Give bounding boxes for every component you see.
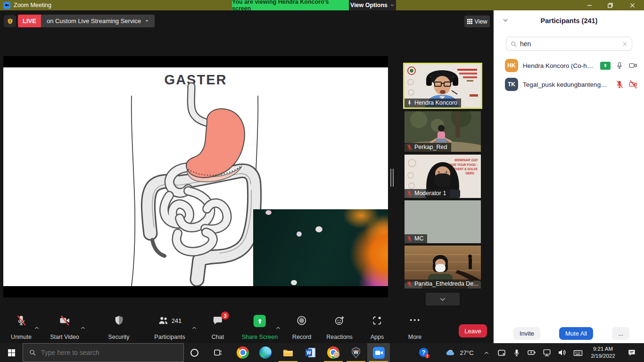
camera-off-icon (628, 80, 638, 89)
video-thumbnail-perkap[interactable]: Perkap_Red (405, 111, 481, 152)
mic-muted-icon (406, 236, 413, 242)
unmute-button[interactable]: Unmute (11, 315, 32, 340)
start-video-button[interactable]: Start Video (50, 315, 79, 340)
taskbar-chrome-icon[interactable] (231, 343, 254, 362)
video-thumbnail-mc[interactable]: MC (405, 200, 481, 243)
taskbar-word-icon[interactable]: W (299, 343, 322, 362)
chat-button[interactable]: 3 Chat (212, 315, 224, 340)
chevron-up-icon (34, 325, 40, 331)
encryption-shield-button[interactable] (4, 15, 16, 27)
taskbar-chrome-profile-icon[interactable] (322, 343, 345, 362)
svg-text:GERD: GERD (465, 172, 474, 175)
shield-icon (113, 315, 124, 326)
speaker-icon (557, 348, 567, 357)
share-screen-button[interactable]: Share Screen (242, 315, 278, 340)
screen-sharing-icon (600, 62, 611, 70)
tray-network-button[interactable] (543, 343, 552, 362)
mic-muted-icon (406, 281, 413, 287)
more-icon (410, 319, 420, 321)
cortana-button[interactable] (183, 343, 206, 362)
microphone-icon (513, 349, 521, 357)
tray-keyboard-button[interactable] (573, 343, 583, 362)
participants-icon (158, 315, 169, 326)
particle (291, 280, 297, 285)
file-explorer-icon (282, 346, 294, 359)
more-button[interactable]: More (408, 315, 421, 340)
video-options-caret[interactable] (80, 324, 86, 333)
participant-name-label: Moderator 1 (405, 189, 450, 198)
record-icon (296, 315, 307, 326)
participants-panel: Participants (241) HK Hendra Koncoro (Co… (493, 10, 644, 343)
tray-volume-button[interactable] (557, 343, 567, 362)
taskbar-zoom-icon[interactable] (367, 343, 390, 362)
video-thumbnail-moderator[interactable]: WEBINAR GIZI GRADE YOUR FOOD : PREVENT &… (405, 155, 481, 198)
task-view-button[interactable] (206, 343, 229, 362)
start-button[interactable] (0, 343, 23, 362)
leave-button[interactable]: Leave (459, 324, 487, 337)
word-icon: W (305, 346, 317, 359)
search-icon (510, 41, 517, 48)
participant-row-hendra[interactable]: HK Hendra Koncoro (Co-host) (494, 57, 644, 74)
particle (297, 231, 302, 237)
grid-view-icon (467, 19, 472, 24)
cortana-icon (190, 349, 198, 357)
participant-name: Tegal_pusk kedungbanteng_Hen... (523, 81, 611, 88)
search-input[interactable] (520, 40, 619, 48)
security-button[interactable]: Security (108, 315, 129, 340)
touch-keyboard-icon (573, 348, 583, 358)
share-options-caret[interactable] (275, 324, 281, 333)
tray-capture-button[interactable] (497, 343, 506, 362)
tray-overflow-button[interactable] (484, 343, 490, 362)
participant-row-tegal[interactable]: TK Tegal_pusk kedungbanteng_Hen... (494, 75, 644, 93)
invite-button[interactable]: Invite (513, 327, 540, 340)
encryption-shield-icon (7, 18, 14, 25)
panel-resize-handle[interactable] (390, 169, 395, 187)
window-title: Zoom Meeting (14, 2, 51, 8)
mic-muted-icon (615, 80, 624, 89)
minimize-icon (587, 3, 592, 8)
svg-text:?: ? (421, 349, 425, 355)
minimize-button[interactable] (581, 0, 597, 10)
view-options-button[interactable]: View Options (349, 0, 396, 10)
profile-avatar (333, 352, 339, 358)
participants-options-caret[interactable] (191, 324, 198, 333)
taskbar-wapp-icon[interactable]: W (345, 343, 367, 362)
restore-button[interactable] (602, 0, 618, 10)
w-app-icon: W (350, 346, 362, 359)
reactions-button[interactable]: Reactions (326, 315, 353, 340)
action-center-button[interactable] (627, 343, 636, 362)
apps-button[interactable]: Apps (371, 315, 384, 340)
more-thumbnails-button[interactable] (426, 293, 460, 305)
taskbar-search-box[interactable] (23, 343, 184, 362)
taskbar-edge-icon[interactable] (254, 343, 277, 362)
taskbar-help-icon[interactable]: ? (413, 343, 435, 362)
weather-button[interactable] (445, 343, 455, 362)
taskbar-clock[interactable]: 9:21 AM 2/19/2022 (584, 346, 622, 360)
help-icon: ? (418, 347, 430, 359)
edge-icon (259, 346, 272, 359)
temperature-label[interactable]: 27°C (460, 343, 473, 362)
view-layout-button[interactable]: View (464, 16, 490, 27)
clear-search-icon[interactable] (622, 41, 628, 47)
participants-button[interactable]: 241 Participants (154, 315, 185, 340)
time-label: 9:21 AM (584, 346, 622, 353)
tray-microphone-button[interactable] (513, 343, 521, 362)
restore-icon (608, 3, 613, 8)
mute-all-button[interactable]: Mute All (559, 327, 593, 340)
record-button[interactable]: Record (292, 315, 311, 340)
tray-battery-button[interactable] (527, 343, 537, 362)
live-badge: LIVE (18, 15, 41, 27)
panel-more-button[interactable]: ... (612, 327, 629, 340)
taskbar-search-input[interactable] (41, 349, 178, 356)
date-label: 2/19/2022 (584, 353, 622, 360)
video-thumbnail-panitia[interactable]: Panitia_Etheldreda De... (405, 246, 481, 288)
audio-options-caret[interactable] (34, 324, 40, 333)
camera-icon (628, 61, 638, 70)
live-streaming-control[interactable]: LIVE on Custom Live Streaming Service (18, 15, 155, 27)
ethernet-icon (543, 348, 552, 357)
close-button[interactable] (624, 0, 640, 10)
avatar: TK (505, 78, 518, 91)
video-thumbnail-hendra[interactable]: Hendra Koncoro (403, 63, 482, 109)
participants-search-box[interactable] (506, 37, 632, 51)
taskbar-explorer-icon[interactable] (277, 343, 299, 362)
